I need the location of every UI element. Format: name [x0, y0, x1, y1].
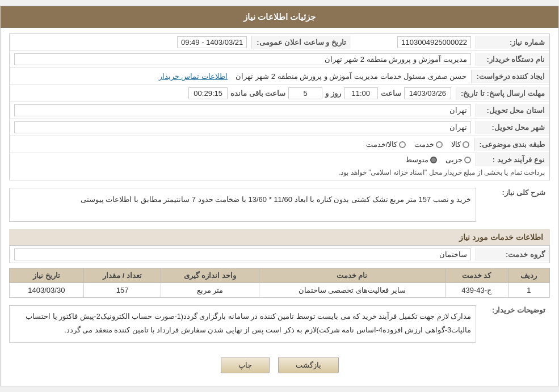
noue-radio-group: جزیی متوسط	[14, 155, 471, 164]
tabaqe-kala-khadamat-item: کالا/خدمت	[366, 140, 406, 149]
tabaqe-radio-group: کالا خدمت کالا/خدمت	[14, 140, 469, 149]
group-khadamat-value: ساختمان	[10, 246, 476, 263]
ijad-label: ایجاد کننده درخواست:	[471, 70, 549, 83]
tabaqe-kala-khadamat-label: کالا/خدمت	[366, 140, 398, 149]
tabaqe-kala-item: کالا	[451, 140, 469, 149]
noue-desc: پرداخت تمام یا بخشی از مبلغ خریدار محل "…	[10, 166, 549, 180]
mohlet-label: مهلت ارسال پاسخ: تا تاریخ:	[456, 87, 549, 100]
nam-dastgah-value: مدیریت آموزش و پرورش منطقه 2 شهر تهران	[10, 51, 476, 68]
col-name: نام خدمت	[259, 268, 445, 283]
nam-dastgah-label: نام دستگاه خریدار:	[476, 53, 549, 66]
group-khadamat-label: گروه خدمت:	[476, 248, 549, 261]
page-wrapper: جزئیات اطلاعات نیاز شماره نیاز: 11030049…	[0, 6, 559, 386]
noue-motavasset-radio[interactable]	[430, 157, 437, 163]
row-mohlet: مهلت ارسال پاسخ: تا تاریخ: 1403/03/26 سا…	[10, 85, 549, 102]
noue-jozi-label: جزیی	[445, 155, 463, 164]
tawzihat-value: مدارک لازم جهت تکمیل فرآیند خرید که می ب…	[9, 305, 476, 343]
tabaqe-label: طبقه بندی موضوعی:	[474, 138, 549, 151]
row-nam-dastgah: نام دستگاه خریدار: مدیریت آموزش و پرورش …	[10, 51, 549, 68]
row-tabaqe: طبقه بندی موضوعی: کالا خدمت	[10, 136, 549, 153]
table-row: 1ج-43-439سایر فعالیت‌های تخصصی ساختمانمت…	[10, 283, 550, 298]
row-shomare-tarikh: شماره نیاز: 1103004925000022 تاریخ و ساع…	[10, 34, 549, 51]
tawzihat-box-wrapper: مدارک لازم جهت تکمیل فرآیند خرید که می ب…	[9, 302, 476, 345]
col-code: کد خدمت	[445, 268, 508, 283]
row-ostan: استان محل تحویل: تهران	[10, 102, 549, 119]
tabaqe-khadamat-label: خدمت	[414, 140, 434, 149]
tabaqe-kala-radio[interactable]	[463, 141, 469, 148]
tabaqe-khadamat-radio[interactable]	[436, 141, 443, 148]
col-tedad: تعداد / مقدار	[83, 268, 161, 283]
sharh-value: خرید و نصب 157 متر مربع تشک کشتی بدون کن…	[9, 188, 476, 222]
shahr-label: شهر محل تحویل:	[476, 121, 549, 134]
cell-name: سایر فعالیت‌های تخصصی ساختمان	[259, 283, 445, 298]
main-info-section: شماره نیاز: 1103004925000022 تاریخ و ساع…	[9, 33, 550, 180]
row-ijad: ایجاد کننده درخواست: حسن صفری مسئول خدما…	[10, 68, 549, 85]
print-button[interactable]: چاپ	[221, 357, 270, 373]
mohlet-value: 1403/03/26 ساعت 11:00 روز و 5 ساعت باقی …	[10, 85, 456, 102]
col-radif: ردیف	[508, 268, 549, 283]
mohlet-remaining-label: ساعت باقی مانده	[230, 89, 285, 98]
ijad-value: حسن صفری مسئول خدمات مدیریت آموزش و پرور…	[10, 70, 471, 83]
content-area: شماره نیاز: 1103004925000022 تاریخ و ساع…	[1, 28, 558, 386]
shomare-niaz-label: شماره نیاز:	[476, 36, 549, 49]
ettelaat-tamas-link[interactable]: اطلاعات تماس خریدار	[159, 72, 228, 81]
mohlet-saat: 11:00	[344, 87, 378, 99]
col-vahed: واحد اندازه گیری	[161, 268, 259, 283]
mohlet-rooz: 5	[288, 87, 322, 99]
etelaat-khadamat-title: اطلاعات خدمات مورد نیاز	[9, 229, 550, 246]
shahr-value: تهران	[10, 119, 476, 136]
tarikh-elan-input: 1403/03/21 - 09:49	[177, 36, 247, 48]
buttons-row: بازگشت چاپ	[9, 350, 550, 380]
cell-tarikh: 1403/03/30	[10, 283, 84, 298]
noue-motavasset-label: متوسط	[405, 155, 428, 164]
cell-tedad: 157	[83, 283, 161, 298]
row-group-khadamat: گروه خدمت: ساختمان	[9, 246, 550, 263]
cell-vahed: متر مربع	[161, 283, 259, 298]
noue-jozi-item: جزیی	[445, 155, 471, 164]
cell-radif: 1	[508, 283, 549, 298]
row-noue: نوع فرآیند خرید : جزیی متوسط	[10, 153, 549, 180]
tabaqe-kala-khadamat-radio[interactable]	[399, 141, 406, 148]
cell-code: ج-43-439	[445, 283, 508, 298]
ostan-label: استان محل تحویل:	[476, 104, 549, 117]
mohlet-date: 1403/03/26	[404, 87, 451, 99]
ijad-text: حسن صفری مسئول خدمات مدیریت آموزش و پرور…	[236, 72, 466, 81]
ostan-input: تهران	[14, 104, 471, 116]
sharh-box-wrapper: خرید و نصب 157 متر مربع تشک کشتی بدون کن…	[9, 185, 476, 225]
tawzihat-label: توضیحات خریدار:	[476, 302, 550, 318]
tarikh-elan-value: 1403/03/21 - 09:49	[10, 34, 251, 50]
noue-motavasset-item: متوسط	[405, 155, 437, 164]
nam-dastgah-input: مدیریت آموزش و پرورش منطقه 2 شهر تهران	[14, 53, 471, 65]
tabaqe-khadamat-item: خدمت	[414, 140, 443, 149]
col-tarikh: تاریخ نیاز	[10, 268, 84, 283]
shahr-input: تهران	[14, 121, 471, 133]
shomare-niaz-value: 1103004925000022	[351, 34, 476, 50]
noue-value: جزیی متوسط	[10, 153, 476, 166]
mohlet-saat-label: ساعت	[381, 89, 401, 98]
group-khadamat-input: ساختمان	[14, 248, 471, 260]
tabaqe-kala-label: کالا	[451, 140, 461, 149]
service-table: ردیف کد خدمت نام خدمت واحد اندازه گیری ت…	[9, 268, 550, 298]
noue-jozi-radio[interactable]	[464, 157, 471, 163]
ostan-value: تهران	[10, 102, 476, 119]
sharh-section: شرح کلی نیاز: خرید و نصب 157 متر مربع تش…	[9, 185, 550, 225]
tabaqe-value: کالا خدمت کالا/خدمت	[10, 138, 474, 151]
sharh-label: شرح کلی نیاز:	[476, 185, 550, 200]
tawzihat-section: توضیحات خریدار: مدارک لازم جهت تکمیل فرآ…	[9, 302, 550, 345]
noue-label: نوع فرآیند خرید :	[476, 153, 549, 166]
back-button[interactable]: بازگشت	[278, 357, 339, 373]
shomare-niaz-input: 1103004925000022	[397, 36, 471, 48]
page-title: جزئیات اطلاعات نیاز	[1, 6, 558, 28]
mohlet-rooz-label: روز و	[325, 89, 341, 98]
mohlet-remaining: 00:29:15	[188, 87, 228, 99]
row-shahr: شهر محل تحویل: تهران	[10, 119, 549, 136]
tarikh-elan-label: تاریخ و ساعت اعلان عمومی:	[251, 36, 351, 49]
